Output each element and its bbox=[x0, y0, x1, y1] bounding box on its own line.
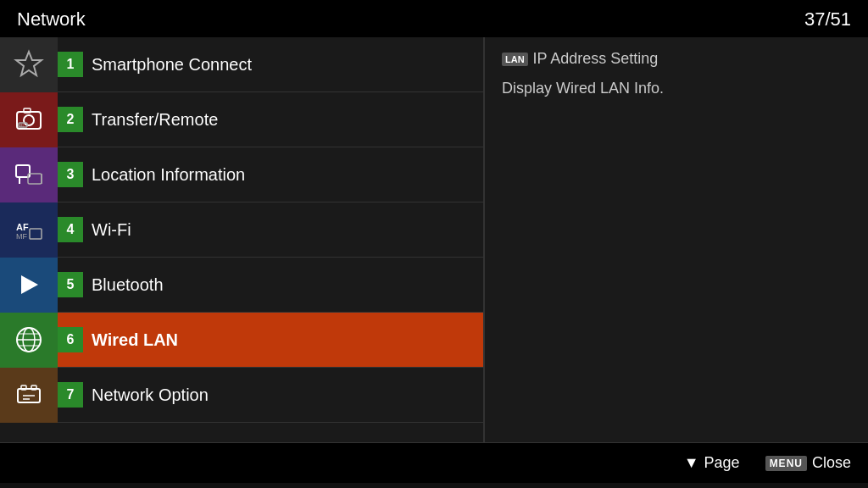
star-icon bbox=[13, 48, 45, 80]
number-badge-7: 7 bbox=[58, 382, 83, 408]
icon-box-7 bbox=[0, 368, 58, 423]
icon-box-6 bbox=[0, 313, 58, 368]
right-panel: LAN IP Address Setting Display Wired LAN… bbox=[483, 37, 868, 442]
icon-box-1 bbox=[0, 37, 58, 92]
menu-badge: MENU bbox=[765, 456, 807, 471]
item-label-2: Transfer/Remote bbox=[92, 110, 483, 130]
footer-page-item: ▼ Page bbox=[684, 454, 740, 472]
svg-rect-21 bbox=[31, 385, 36, 390]
right-item-text-2: Display Wired LAN Info. bbox=[502, 80, 664, 97]
icon-box-2: 图 bbox=[0, 92, 58, 147]
icon-box-5 bbox=[0, 258, 58, 313]
number-badge-6: 6 bbox=[58, 327, 83, 352]
svg-rect-12 bbox=[30, 229, 42, 239]
footer-close-item[interactable]: MENU Close bbox=[765, 454, 851, 472]
item-label-7: Network Option bbox=[92, 385, 483, 405]
icon-box-3 bbox=[0, 147, 58, 202]
number-badge-1: 1 bbox=[58, 52, 83, 77]
play-icon bbox=[13, 269, 45, 301]
menu-panel: 1 Smartphone Connect 图 2 Transfer/Remote bbox=[0, 37, 483, 442]
screen: Network 37/51 1 Smartphone Connect bbox=[0, 0, 868, 488]
svg-point-2 bbox=[24, 115, 34, 125]
right-item-text-1: IP Address Setting bbox=[533, 50, 659, 68]
page-icon: ▼ bbox=[684, 454, 699, 472]
item-label-6: Wired LAN bbox=[92, 330, 483, 350]
number-badge-5: 5 bbox=[58, 272, 83, 297]
main-content: 1 Smartphone Connect 图 2 Transfer/Remote bbox=[0, 37, 868, 442]
footer-page-label: Page bbox=[704, 454, 740, 472]
number-badge-2: 2 bbox=[58, 107, 83, 132]
menu-item-network-option[interactable]: 7 Network Option bbox=[0, 368, 483, 423]
item-label-5: Bluetooth bbox=[92, 275, 483, 295]
menu-item-wifi[interactable]: AF MF 4 Wi-Fi bbox=[0, 202, 483, 258]
menu-item-location[interactable]: 3 Location Information bbox=[0, 147, 483, 202]
tools-icon bbox=[13, 379, 45, 411]
footer: ▼ Page MENU Close bbox=[0, 442, 868, 483]
svg-text:图: 图 bbox=[19, 123, 24, 128]
page-title: Network bbox=[17, 8, 86, 30]
menu-item-wired-lan[interactable]: 6 Wired LAN bbox=[0, 313, 483, 368]
svg-rect-3 bbox=[24, 108, 31, 113]
svg-marker-0 bbox=[16, 52, 42, 75]
lan-badge-1: LAN bbox=[502, 53, 528, 66]
icon-box-4: AF MF bbox=[0, 202, 58, 258]
camera-icon: 图 bbox=[13, 103, 45, 136]
right-item-display[interactable]: Display Wired LAN Info. bbox=[502, 80, 851, 97]
svg-rect-20 bbox=[21, 385, 26, 390]
number-badge-3: 3 bbox=[58, 162, 83, 187]
footer-close-label: Close bbox=[812, 454, 851, 472]
menu-item-transfer-remote[interactable]: 图 2 Transfer/Remote bbox=[0, 92, 483, 147]
item-label-1: Smartphone Connect bbox=[92, 55, 483, 75]
item-label-3: Location Information bbox=[92, 165, 483, 185]
menu-item-smartphone-connect[interactable]: 1 Smartphone Connect bbox=[0, 37, 483, 92]
location-icon bbox=[13, 158, 45, 191]
af-icon: AF MF bbox=[13, 214, 45, 246]
menu-item-bluetooth[interactable]: 5 Bluetooth bbox=[0, 258, 483, 313]
svg-text:AF: AF bbox=[16, 222, 29, 232]
svg-text:MF: MF bbox=[16, 232, 27, 241]
number-badge-4: 4 bbox=[58, 217, 83, 242]
header: Network 37/51 bbox=[0, 0, 868, 37]
svg-marker-13 bbox=[21, 275, 38, 294]
page-counter: 37/51 bbox=[804, 8, 851, 30]
globe-icon bbox=[13, 324, 45, 356]
right-item-ip[interactable]: LAN IP Address Setting bbox=[502, 50, 851, 68]
item-label-4: Wi-Fi bbox=[92, 220, 483, 240]
